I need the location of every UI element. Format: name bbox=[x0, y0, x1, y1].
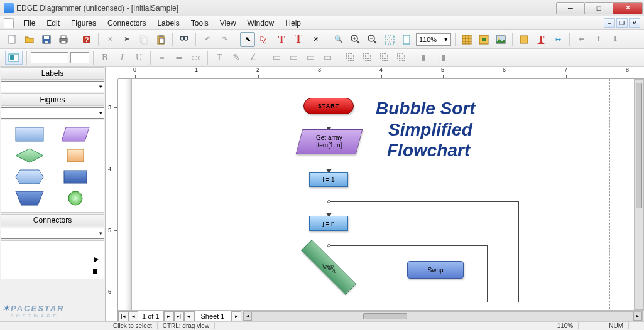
node-swap[interactable]: Swap bbox=[407, 261, 464, 279]
shape-dark-rect[interactable] bbox=[55, 168, 97, 186]
shape-para[interactable] bbox=[55, 125, 97, 143]
labels-header[interactable]: Labels bbox=[1, 67, 104, 80]
menu-file[interactable]: File bbox=[18, 18, 41, 29]
sheet-tab-bar: |◂ ◂ 1 of 1 ▸ ▸| ◂ Sheet 1 ▸ ◂▸ bbox=[118, 310, 644, 321]
text-tool[interactable]: T bbox=[274, 32, 289, 47]
vertical-ruler: 3 4 5 6 bbox=[106, 79, 118, 321]
color-swatch[interactable] bbox=[31, 52, 68, 63]
svg-point-25 bbox=[388, 38, 391, 41]
prev-page-button[interactable]: ◂ bbox=[128, 311, 138, 321]
tab-scroll-left[interactable]: ◂ bbox=[184, 311, 194, 321]
highlight-button[interactable]: ∠ bbox=[246, 51, 261, 65]
grid-button[interactable] bbox=[459, 32, 474, 47]
svg-rect-12 bbox=[159, 35, 163, 37]
select-tool[interactable]: ⬉ bbox=[240, 32, 255, 47]
figures-header[interactable]: Figures bbox=[1, 93, 104, 106]
bold-button[interactable]: B bbox=[97, 51, 112, 65]
connector-style-button[interactable]: ↦ bbox=[550, 32, 565, 47]
menu-window[interactable]: Window bbox=[242, 18, 280, 29]
fill-button[interactable] bbox=[516, 32, 532, 47]
paste-button[interactable] bbox=[153, 32, 168, 47]
node-start[interactable]: START bbox=[303, 98, 354, 114]
menu-help[interactable]: Help bbox=[280, 18, 307, 29]
zoom-out-button[interactable] bbox=[365, 32, 380, 47]
shape-hex[interactable] bbox=[9, 168, 51, 186]
arrange2-icon: ⿻ bbox=[360, 51, 375, 65]
style-preview-button[interactable] bbox=[5, 51, 23, 65]
connectors-combo[interactable]: ▾ bbox=[1, 228, 104, 239]
connector-arrow[interactable] bbox=[8, 257, 97, 263]
new-button[interactable] bbox=[5, 32, 20, 47]
connectors-header[interactable]: Connectors bbox=[1, 214, 104, 226]
help-button[interactable]: ? bbox=[79, 32, 94, 47]
redo-icon: ↷ bbox=[217, 32, 232, 47]
send-back-icon: ⬇ bbox=[608, 32, 623, 47]
group4-icon: ▭ bbox=[320, 51, 335, 65]
svg-line-18 bbox=[357, 41, 359, 43]
abc-button[interactable]: abc bbox=[188, 51, 204, 65]
select-text-tool[interactable] bbox=[257, 32, 272, 47]
minimize-button[interactable]: ─ bbox=[556, 2, 585, 14]
menu-edit[interactable]: Edit bbox=[41, 18, 65, 29]
underline-button[interactable]: U bbox=[131, 51, 146, 65]
shape-small-rect[interactable] bbox=[55, 147, 97, 164]
open-button[interactable] bbox=[22, 32, 37, 47]
mdi-close-button[interactable]: ✕ bbox=[629, 18, 640, 28]
shape-rect[interactable] bbox=[9, 125, 51, 143]
align-left-button[interactable]: ≡ bbox=[155, 51, 170, 65]
connectors-palette bbox=[1, 240, 104, 279]
connector-plain[interactable] bbox=[8, 245, 97, 251]
app-icon bbox=[4, 3, 14, 13]
maximize-button[interactable]: □ bbox=[584, 2, 613, 14]
large-text-tool[interactable]: T bbox=[291, 32, 306, 47]
print-button[interactable] bbox=[56, 32, 71, 47]
menu-view[interactable]: View bbox=[214, 18, 242, 29]
last-page-button[interactable]: ▸| bbox=[174, 311, 184, 321]
cut-button[interactable]: ✂ bbox=[119, 32, 134, 47]
vertical-scrollbar[interactable] bbox=[634, 79, 644, 310]
find-button[interactable] bbox=[177, 32, 192, 47]
shape-circle[interactable] bbox=[55, 189, 97, 207]
text-fill-button[interactable]: T bbox=[212, 51, 227, 65]
mdi-restore-button[interactable]: ❐ bbox=[616, 18, 628, 28]
pan-tool[interactable]: ⤧ bbox=[308, 32, 323, 47]
first-page-button[interactable]: |◂ bbox=[118, 311, 128, 321]
figures-combo[interactable]: ▾ bbox=[1, 107, 104, 119]
horizontal-scrollbar[interactable]: ◂▸ bbox=[243, 311, 643, 321]
svg-line-22 bbox=[374, 41, 376, 43]
connector-arrow-open[interactable] bbox=[8, 269, 97, 275]
next-page-button[interactable]: ▸ bbox=[164, 311, 174, 321]
zoom-combo[interactable]: 110%▾ bbox=[416, 33, 451, 46]
window-title: EDGE Diagrammer (unlicensed) - [InitialS… bbox=[16, 4, 557, 13]
color-swatch-2[interactable] bbox=[70, 52, 89, 63]
tab-scroll-right[interactable]: ▸ bbox=[231, 311, 241, 321]
image-button[interactable] bbox=[493, 32, 508, 47]
save-button[interactable] bbox=[39, 32, 54, 47]
zoom-tool[interactable]: 🔍 bbox=[331, 32, 346, 47]
status-hint: Click to select bbox=[108, 322, 158, 329]
italic-button[interactable]: I bbox=[114, 51, 129, 65]
shape-diamond[interactable] bbox=[9, 147, 51, 164]
sheet-tab-1[interactable]: Sheet 1 bbox=[194, 311, 232, 321]
snap-button[interactable] bbox=[476, 32, 491, 47]
zoom-fit-button[interactable] bbox=[382, 32, 397, 47]
menu-figures[interactable]: Figures bbox=[65, 18, 102, 29]
shape-trapezoid[interactable] bbox=[9, 189, 51, 207]
text-color-button[interactable]: T bbox=[533, 32, 548, 47]
node-i-eq-1[interactable]: i = 1 bbox=[309, 172, 348, 187]
menu-tools[interactable]: Tools bbox=[185, 18, 214, 29]
paint-button[interactable]: ✎ bbox=[229, 51, 244, 65]
zoom-in-button[interactable] bbox=[348, 32, 363, 47]
mdi-minimize-button[interactable]: – bbox=[604, 18, 615, 28]
sidebar: Labels ▾ Figures ▾ Connectors ▾ ✶PACESTA… bbox=[0, 67, 106, 321]
delete-icon: ✕ bbox=[102, 32, 117, 47]
labels-combo[interactable]: ▾ bbox=[1, 81, 104, 92]
close-button[interactable]: ✕ bbox=[613, 2, 643, 14]
node-get-array[interactable]: Get arrayitem[1..n] bbox=[296, 129, 363, 154]
menu-labels[interactable]: Labels bbox=[151, 18, 185, 29]
menu-connectors[interactable]: Connectors bbox=[102, 18, 151, 29]
zoom-page-button[interactable] bbox=[399, 32, 414, 47]
align-center-button[interactable]: ≣ bbox=[172, 51, 187, 65]
canvas[interactable]: Bubble Sort Simplified Flowchart START G… bbox=[118, 79, 644, 321]
flowchart-title[interactable]: Bubble Sort Simplified Flowchart bbox=[376, 98, 476, 161]
